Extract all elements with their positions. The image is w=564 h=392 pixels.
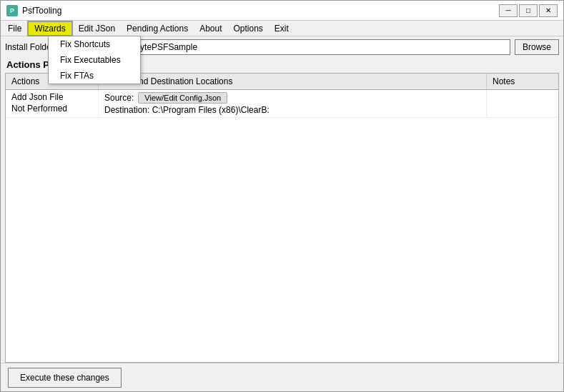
execute-button[interactable]: Execute these changes [8,368,122,388]
title-bar-buttons: ─ □ ✕ [499,4,558,17]
title-bar-left: P PsfTooling [6,5,61,16]
col-header-notes: Notes [487,74,558,89]
app-icon: P [6,5,18,16]
main-window: P PsfTooling ─ □ ✕ File Wizards Edit JSo… [0,0,564,392]
action-status: Not Performed [11,104,92,114]
close-button[interactable]: ✕ [539,4,558,17]
menu-exit[interactable]: Exit [269,21,295,36]
source-row: Source: View/Edit Config.Json [104,92,480,104]
table-row: Add Json File Not Performed Source: View… [6,90,558,118]
cell-action-status: Add Json File Not Performed [6,90,99,117]
cell-locations: Source: View/Edit Config.Json Destinatio… [99,90,487,117]
dest-label: Destination: C:\Program Files (x86)\Clea… [104,105,269,115]
menu-edit-json[interactable]: Edit JSon [73,21,121,36]
browse-button[interactable]: Browse [515,39,559,55]
wizards-dropdown: Fix Shortcuts Fix Executables Fix FTAs [48,36,141,84]
source-label: Source: [104,93,134,103]
dest-row: Destination: C:\Program Files (x86)\Clea… [104,105,480,115]
bottom-bar: Execute these changes [1,363,563,391]
menu-bar: File Wizards Edit JSon Pending Actions A… [1,21,563,36]
menu-options[interactable]: Options [227,21,268,36]
actions-table: Actions Source and Destination Locations… [5,73,559,363]
col-header-locations: Source and Destination Locations [99,74,487,89]
minimize-button[interactable]: ─ [499,4,518,17]
menu-wizards[interactable]: Wizards [27,21,72,36]
action-name: Add Json File [11,92,92,102]
dropdown-fix-executables[interactable]: Fix Executables [49,52,140,68]
title-bar: P PsfTooling ─ □ ✕ [1,1,563,21]
menu-file[interactable]: File [2,21,27,36]
menu-pending-actions[interactable]: Pending Actions [121,21,194,36]
cell-notes [487,90,558,117]
menu-about[interactable]: About [194,21,227,36]
dropdown-fix-ftas[interactable]: Fix FTAs [49,68,140,84]
view-edit-button[interactable]: View/Edit Config.Json [138,92,227,104]
maximize-button[interactable]: □ [519,4,538,17]
dropdown-fix-shortcuts[interactable]: Fix Shortcuts [49,36,140,52]
window-title: PsfTooling [22,6,61,16]
